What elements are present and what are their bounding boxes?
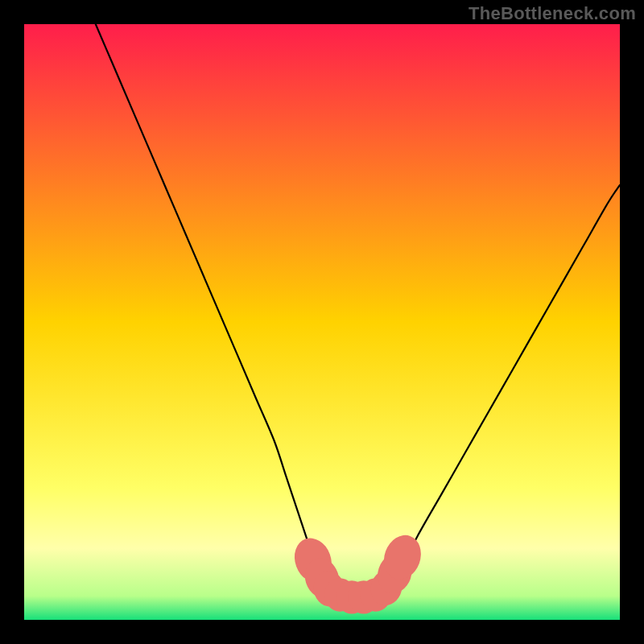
watermark-text: TheBottleneck.com bbox=[469, 3, 636, 24]
gradient-background bbox=[24, 24, 620, 620]
chart-container: TheBottleneck.com bbox=[0, 0, 644, 644]
chart-svg bbox=[24, 24, 620, 620]
plot-area bbox=[24, 24, 620, 620]
